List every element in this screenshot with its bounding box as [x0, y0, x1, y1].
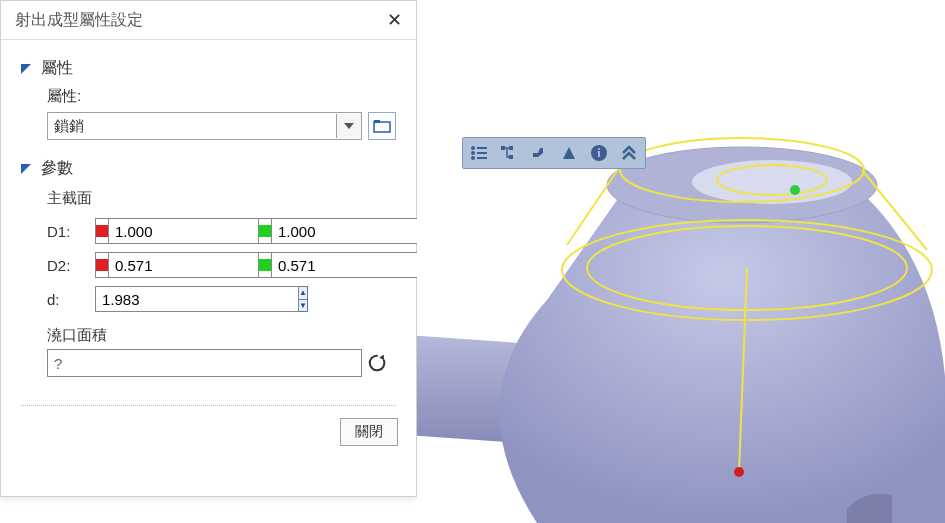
- d1-label: D1:: [47, 223, 87, 240]
- color-swatch-green-icon[interactable]: [258, 218, 272, 244]
- panel-title: 射出成型屬性設定: [15, 10, 143, 31]
- collapse-triangle-icon: [21, 164, 31, 174]
- list-icon[interactable]: [467, 141, 491, 165]
- attribute-dropdown[interactable]: 鎖銷: [47, 112, 362, 140]
- svg-rect-7: [477, 152, 487, 154]
- properties-panel: 射出成型屬性設定 ✕ 屬性 屬性: 鎖銷: [0, 0, 417, 497]
- d2-red-spinner: ▲▼: [95, 252, 250, 278]
- info-icon[interactable]: i: [587, 141, 611, 165]
- group-title-params: 參數: [41, 158, 73, 179]
- d-input[interactable]: [95, 286, 299, 312]
- chevron-down-icon[interactable]: ▼: [299, 300, 307, 312]
- d-label: d:: [47, 291, 87, 308]
- svg-rect-11: [509, 146, 513, 150]
- svg-marker-13: [563, 147, 575, 159]
- panel-body: 屬性 屬性: 鎖銷 參數 主截面 D1:: [1, 40, 416, 387]
- collapse-triangle-icon: [21, 64, 31, 74]
- group-title-attributes: 屬性: [41, 58, 73, 79]
- svg-point-4: [471, 146, 475, 150]
- gate-area-input[interactable]: [47, 349, 362, 377]
- attribute-select-row: 鎖銷: [47, 112, 396, 140]
- svg-rect-1: [374, 122, 390, 132]
- chevron-up-icon[interactable]: ▲: [299, 287, 307, 300]
- d1-red-spinner: ▲▼: [95, 218, 250, 244]
- collapse-up-icon[interactable]: [617, 141, 641, 165]
- svg-marker-0: [344, 123, 354, 129]
- attribute-dropdown-value: 鎖銷: [54, 117, 84, 136]
- svg-rect-12: [509, 155, 513, 159]
- close-icon[interactable]: ✕: [383, 9, 406, 31]
- gate-area-row: [47, 349, 392, 377]
- section-label: 主截面: [47, 189, 396, 208]
- panel-header-bar: 射出成型屬性設定 ✕: [1, 1, 416, 40]
- cone-icon[interactable]: [557, 141, 581, 165]
- refresh-button[interactable]: [362, 349, 392, 377]
- footer-separator: [21, 405, 396, 406]
- svg-marker-3: [379, 355, 384, 361]
- footer-row: 關閉: [1, 414, 416, 450]
- tree-icon[interactable]: [497, 141, 521, 165]
- close-button[interactable]: 關閉: [340, 418, 398, 446]
- d-spin-buttons[interactable]: ▲▼: [299, 286, 308, 312]
- svg-rect-9: [477, 157, 487, 159]
- svg-point-17: [692, 160, 852, 204]
- params-grid: D1: ▲▼ ▲▼ D2: ▲▼ ▲▼ d:: [47, 218, 396, 312]
- svg-point-8: [471, 156, 475, 160]
- model-viewport[interactable]: i: [417, 0, 945, 523]
- model-render: [417, 0, 945, 523]
- svg-rect-5: [477, 147, 487, 149]
- group-header-params[interactable]: 參數: [21, 158, 396, 179]
- attribute-field-label: 屬性:: [47, 87, 396, 106]
- dropdown-arrow-icon[interactable]: [336, 114, 361, 138]
- color-swatch-red-icon[interactable]: [95, 218, 109, 244]
- svg-point-22: [790, 185, 800, 195]
- svg-point-6: [471, 151, 475, 155]
- d2-label: D2:: [47, 257, 87, 274]
- svg-rect-10: [501, 146, 505, 150]
- d1-green-spinner: ▲▼: [258, 218, 413, 244]
- d-spinner: ▲▼: [95, 286, 250, 312]
- viewport-toolbar: i: [462, 137, 646, 169]
- svg-rect-2: [374, 120, 380, 123]
- color-swatch-red-icon[interactable]: [95, 252, 109, 278]
- color-swatch-green-icon[interactable]: [258, 252, 272, 278]
- d2-green-spinner: ▲▼: [258, 252, 413, 278]
- group-header-attributes[interactable]: 屬性: [21, 58, 396, 79]
- svg-point-23: [734, 467, 744, 477]
- gate-area-label: 澆口面積: [47, 326, 396, 345]
- open-library-button[interactable]: [368, 112, 396, 140]
- hand-icon[interactable]: [527, 141, 551, 165]
